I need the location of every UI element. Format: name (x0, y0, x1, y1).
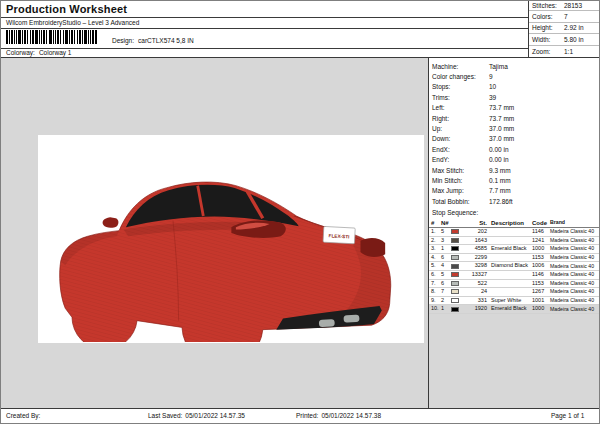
last-saved-label: Last Saved: (148, 412, 182, 419)
thread-color-cell (451, 272, 463, 277)
printed-label: Printed: (296, 412, 318, 419)
stop-sequence-row: 3. 1 4585 Emerald Black 1000 Madeira Cla… (429, 245, 600, 254)
divider (0, 17, 529, 18)
needle-number: 6 (441, 255, 451, 261)
thread-brand: Madeira Classic 40 (550, 307, 600, 312)
stat-label: Stitches: (532, 2, 564, 9)
thread-description: Super White (491, 298, 531, 304)
stat-label: Colors: (532, 13, 564, 20)
thread-brand: Madeira Classic 40 (550, 238, 600, 243)
stat-label: Zoom: (532, 48, 564, 55)
thread-code: 1000 (531, 246, 550, 252)
printed: Printed: 05/01/2022 14.57.38 (296, 412, 381, 419)
stitch-count: 522 (463, 281, 487, 287)
machine-info-label: Color changes: (432, 73, 489, 80)
col-header-num: # (429, 220, 441, 226)
created-by: Created By: (6, 412, 40, 419)
stop-sequence-row: 7. 6 522 1153 Madeira Classic 40 (429, 280, 600, 289)
machine-info-value: 37.0 mm (489, 125, 514, 132)
stop-sequence-title: Stop Sequence: (432, 209, 478, 216)
machine-info-value: 39 (489, 94, 496, 101)
stat-label: Width: (532, 36, 564, 43)
created-by-label: Created By: (6, 412, 40, 419)
divider (0, 28, 529, 29)
exhaust-tip-left (319, 319, 335, 327)
machine-info-value: Tajima (489, 63, 508, 70)
machine-info-label: Trims: (432, 94, 489, 101)
thread-color-swatch (451, 298, 459, 303)
machine-info-value: 7.7 mm (489, 187, 511, 194)
machine-info-label: Min Stitch: (432, 177, 489, 184)
machine-info-row: Machine: Tajima (432, 61, 597, 71)
stop-sequence-row: 4. 6 2299 1153 Madeira Classic 40 (429, 254, 600, 263)
stitch-count: 202 (463, 229, 487, 235)
design-canvas: FLEX-STI (0, 58, 428, 408)
thread-color-swatch (451, 264, 459, 269)
stop-number: 10. (429, 306, 441, 312)
thread-color-swatch (451, 238, 459, 243)
tail-light-right (360, 238, 385, 257)
col-header-description: Description (491, 220, 531, 226)
machine-info-value: 10 (489, 83, 496, 90)
stop-sequence-rows: 1. 5 202 1146 Madeira Classic 40 2. 3 (429, 228, 600, 314)
design-label: Design: (112, 37, 134, 44)
thread-brand: Madeira Classic 40 (550, 281, 600, 286)
stitch-count: 2299 (463, 255, 487, 261)
license-plate: FLEX-STI (323, 226, 355, 243)
machine-info-label: Left: (432, 104, 489, 111)
col-header-st: St. (463, 220, 487, 226)
thread-color-swatch (451, 307, 459, 312)
thread-code: 1146 (531, 229, 550, 235)
stop-number: 2. (429, 238, 441, 244)
stop-number: 6. (429, 272, 441, 278)
thread-color-cell (451, 255, 463, 260)
machine-info-row: Down: 37.0 mm (432, 134, 597, 144)
stat-row: Stitches: 28153 (529, 0, 600, 11)
thread-color-swatch (451, 246, 459, 251)
page-number: Page 1 of 1 (551, 412, 584, 419)
design-value: carCTLX574 5,8 IN (138, 37, 194, 44)
stop-number: 3. (429, 246, 441, 252)
machine-info-label: Stops: (432, 83, 489, 90)
stitch-count: 1643 (463, 238, 487, 244)
thread-code: 1000 (531, 306, 550, 312)
needle-number: 3 (441, 238, 451, 244)
thread-brand: Madeira Classic 40 (550, 255, 600, 260)
machine-info-value: 172.86ft (489, 198, 513, 205)
thread-color-swatch (451, 229, 459, 234)
thread-brand: Madeira Classic 40 (550, 264, 600, 269)
machine-info-label: EndY: (432, 156, 489, 163)
thread-color-cell (451, 289, 463, 294)
machine-info-value: 9 (489, 73, 493, 80)
stat-value: 5.80 in (564, 36, 584, 43)
machine-info-value: 0.00 in (489, 146, 509, 153)
stat-row: Width: 5.80 in (529, 34, 600, 45)
machine-info-value: 0.1 mm (489, 177, 511, 184)
printed-value: 05/01/2022 14.57.38 (321, 412, 381, 419)
machine-info-row: Trims: 39 (432, 92, 597, 102)
machine-info-label: Up: (432, 125, 489, 132)
stat-value: 1:1 (564, 48, 573, 55)
stat-row: Colors: 7 (529, 11, 600, 22)
machine-info-value: 37.0 mm (489, 135, 514, 142)
page-title: Production Worksheet (6, 3, 127, 15)
thread-code: 1267 (531, 289, 550, 295)
stat-row: Zoom: 1:1 (529, 46, 600, 57)
thread-color-cell (451, 238, 463, 243)
machine-info-value: 9.3 mm (489, 167, 511, 174)
machine-info-label: Max Jump: (432, 187, 489, 194)
thread-code: 1153 (531, 255, 550, 261)
plate-text: FLEX-STI (329, 233, 350, 239)
col-header-brand: Brand (550, 220, 600, 225)
stop-sequence-row: 10. 1 1920 Emerald Black 1000 Madeira Cl… (429, 305, 600, 314)
machine-info-label: Max Stitch: (432, 167, 489, 174)
thread-color-cell (451, 298, 463, 303)
thread-color-swatch (451, 289, 459, 294)
car-embroidery-design: FLEX-STI (54, 162, 402, 342)
stop-sequence-header-row: # N# St. Description Code Brand (429, 218, 600, 228)
thread-color-swatch (451, 281, 459, 286)
stitch-count: 24 (463, 289, 487, 295)
design-stats-box: Stitches: 28153 Colors: 7 Height: 2.92 i… (529, 0, 600, 57)
colorway-value: Colorway 1 (39, 49, 72, 56)
machine-info-row: Max Jump: 7.7 mm (432, 186, 597, 196)
